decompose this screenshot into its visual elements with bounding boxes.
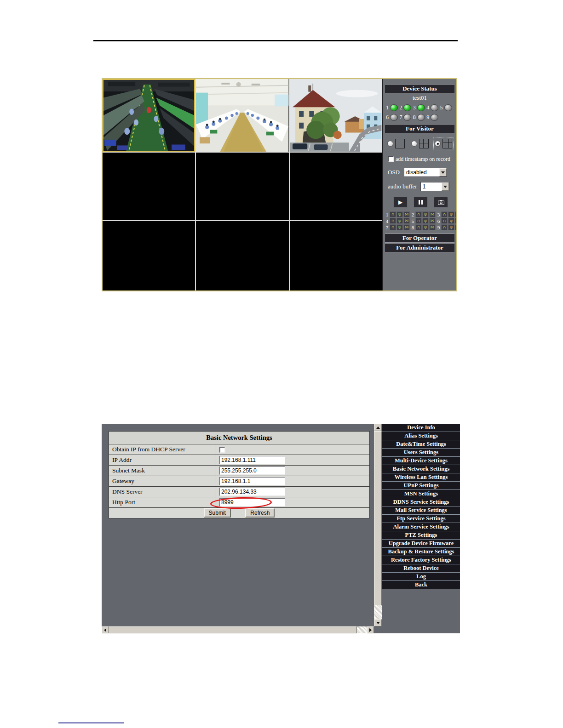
camera-slot-4[interactable] (103, 153, 195, 220)
radio-icon[interactable] (387, 141, 393, 147)
camera-slot-8[interactable] (196, 221, 288, 290)
menu-item-ftp-service-settings[interactable]: Ftp Service Settings (382, 515, 460, 523)
nine-view-icon (442, 139, 452, 148)
mic-icon[interactable]: ψ (396, 224, 403, 230)
status-led-8 (417, 114, 425, 121)
chevron-down-icon[interactable] (439, 168, 447, 176)
menu-item-alias-settings[interactable]: Alias Settings (382, 432, 460, 440)
mic-icon[interactable]: ψ (422, 218, 429, 224)
timestamp-option: add timestamp on record (388, 156, 454, 163)
camera-feed-3[interactable] (290, 79, 382, 152)
record-icon[interactable]: ⋈ (455, 224, 456, 230)
headphone-icon[interactable]: ∩ (415, 218, 422, 224)
menu-item-date-time-settings[interactable]: Date&Time Settings (382, 440, 460, 449)
menu-item-log[interactable]: Log (382, 573, 460, 581)
channel-controls-5: 5∩ψ⋈ (411, 218, 436, 224)
menu-item-device-info[interactable]: Device Info (382, 424, 460, 432)
view-mode-selector (386, 137, 453, 150)
headphone-icon[interactable]: ∩ (441, 224, 448, 230)
mic-icon[interactable]: ψ (448, 211, 454, 217)
scroll-left-button[interactable] (102, 626, 109, 633)
record-icon[interactable]: ⋈ (403, 224, 410, 230)
osd-row: OSD disabled (388, 168, 454, 177)
menu-item-multi-device-settings[interactable]: Multi-Device Settings (382, 457, 460, 465)
mic-icon[interactable]: ψ (396, 211, 403, 217)
record-icon[interactable]: ⋈ (429, 218, 436, 224)
headphone-icon[interactable]: ∩ (415, 224, 422, 230)
refresh-button[interactable]: Refresh (245, 508, 275, 518)
gateway-field[interactable] (219, 477, 285, 485)
radio-icon[interactable] (411, 141, 417, 147)
view-mode-nine[interactable] (434, 137, 453, 150)
view-mode-quad[interactable] (410, 137, 430, 150)
channel-controls-4: 4∩ψ⋈ (385, 218, 410, 224)
camera-feed-1[interactable] (103, 79, 195, 152)
timestamp-checkbox[interactable] (388, 156, 394, 162)
menu-item-backup-restore-settings[interactable]: Backup & Restore Settings (382, 548, 460, 556)
mic-icon[interactable]: ψ (422, 224, 429, 230)
pause-button[interactable] (414, 197, 428, 208)
camera-viewer-screenshot: Device Status test01 1 2 3 4 5 6 7 8 9 F… (102, 78, 457, 291)
menu-item-upgrade-device-firmware[interactable]: Upgrade Device Firmware (382, 540, 460, 548)
menu-item-upnp-settings[interactable]: UPnP Settings (382, 482, 460, 490)
for-operator-button[interactable]: For Operator (385, 233, 454, 243)
vertical-scroll-thumb[interactable] (374, 431, 382, 605)
menu-item-back[interactable]: Back (382, 581, 460, 589)
menu-item-alarm-service-settings[interactable]: Alarm Service Settings (382, 523, 460, 531)
dhcp-checkbox[interactable] (219, 447, 225, 453)
scroll-up-button[interactable] (374, 424, 382, 431)
headphone-icon[interactable]: ∩ (441, 211, 448, 217)
osd-select[interactable]: disabled (404, 168, 447, 177)
record-icon[interactable]: ⋈ (455, 211, 456, 217)
headphone-icon[interactable]: ∩ (390, 218, 396, 224)
vertical-scrollbar[interactable] (374, 424, 382, 626)
dns-server-field[interactable] (219, 488, 285, 496)
headphone-icon[interactable]: ∩ (415, 211, 422, 217)
view-mode-single[interactable] (386, 137, 406, 150)
record-icon[interactable]: ⋈ (403, 218, 410, 224)
camera-feed-2[interactable] (196, 79, 288, 152)
chevron-down-icon[interactable] (442, 182, 449, 191)
mic-icon[interactable]: ψ (396, 218, 403, 224)
scroll-right-button[interactable] (367, 626, 374, 633)
record-icon[interactable]: ⋈ (455, 218, 456, 224)
http-port-field[interactable] (219, 498, 285, 506)
menu-item-basic-network-settings[interactable]: Basic Network Settings (382, 465, 460, 473)
menu-item-ddns-service-settings[interactable]: DDNS Service Settings (382, 498, 460, 506)
headphone-icon[interactable]: ∩ (390, 211, 396, 217)
status-led-6 (390, 114, 398, 121)
radio-icon[interactable] (435, 141, 441, 147)
camera-slot-9[interactable] (290, 221, 382, 290)
for-administrator-button[interactable]: For Administrator (385, 243, 454, 252)
horizontal-scrollbar[interactable] (102, 626, 374, 633)
menu-item-msn-settings[interactable]: MSN Settings (382, 490, 460, 498)
camera-slot-7[interactable] (103, 221, 195, 290)
headphone-icon[interactable]: ∩ (441, 218, 448, 224)
status-led-4 (431, 104, 438, 111)
mic-icon[interactable]: ψ (422, 211, 429, 217)
mic-icon[interactable]: ψ (448, 218, 454, 224)
scroll-down-button[interactable] (374, 619, 382, 626)
record-icon[interactable]: ⋈ (429, 211, 436, 217)
menu-item-reboot-device[interactable]: Reboot Device (382, 564, 460, 573)
menu-item-mail-service-settings[interactable]: Mail Service Settings (382, 506, 460, 515)
record-icon[interactable]: ⋈ (403, 211, 410, 217)
menu-item-ptz-settings[interactable]: PTZ Settings (382, 531, 460, 540)
camera-slot-6[interactable] (290, 153, 382, 220)
ip-addr-field[interactable] (219, 456, 285, 464)
subnet-mask-field[interactable] (219, 466, 285, 475)
menu-item-restore-factory-settings[interactable]: Restore Factory Settings (382, 556, 460, 564)
menu-item-users-settings[interactable]: Users Settings (382, 449, 460, 457)
headphone-icon[interactable]: ∩ (390, 224, 396, 230)
menu-item-wireless-lan-settings[interactable]: Wireless Lan Settings (382, 473, 460, 482)
play-icon: ▶ (398, 199, 402, 206)
snapshot-button[interactable] (434, 197, 448, 208)
horizontal-scroll-thumb[interactable] (109, 626, 357, 633)
play-button[interactable]: ▶ (393, 197, 408, 208)
record-icon[interactable]: ⋈ (429, 224, 436, 230)
camera-slot-5[interactable] (196, 153, 288, 220)
mic-icon[interactable]: ψ (448, 224, 454, 230)
submit-button[interactable]: Submit (204, 508, 231, 518)
audio-buffer-select[interactable]: 1 (420, 182, 449, 191)
form-title: Basic Network Settings (109, 432, 370, 444)
